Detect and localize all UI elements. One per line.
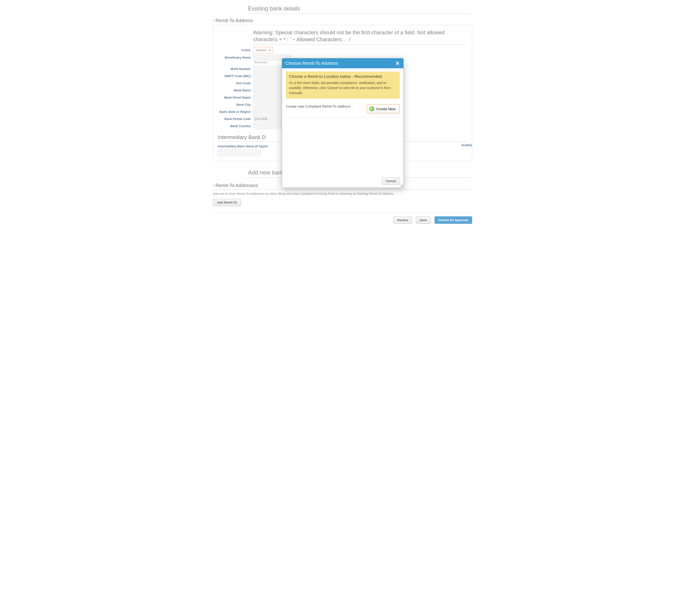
existing-bank-section-title: Existing bank details (248, 4, 470, 14)
create-new-button-label: Create New (376, 107, 395, 111)
active-select[interactable]: Inactive (253, 47, 273, 53)
iban-label: IBAN Number (218, 67, 253, 71)
decline-button[interactable]: Decline (393, 216, 412, 224)
required-star: * (213, 19, 214, 23)
active-label: Active (218, 48, 253, 52)
cancel-button[interactable]: Cancel (382, 177, 400, 185)
intermediary-bank-name-field[interactable] (218, 150, 261, 156)
remit-to-hint: Add one or more Remit-To Addresses by ei… (213, 192, 472, 195)
bank-country-label: Bank Country (218, 124, 253, 128)
submit-for-approval-button[interactable]: Submit for Approval (435, 216, 472, 224)
recommendation-description: It's a few more fields, but provides com… (289, 81, 396, 95)
resize-grip-icon[interactable] (399, 184, 403, 187)
remit-to-address-label: * Remit-To Address (213, 18, 472, 23)
active-select-value: Inactive (256, 48, 267, 52)
bank-state-label: Bank State or Region (218, 110, 253, 113)
warning-message: Warning: Special characters should not b… (253, 29, 465, 45)
swift-label: SWIFT Code (BIC) (218, 74, 253, 78)
plus-icon (369, 106, 374, 111)
bank-city-label: Bank City (218, 103, 253, 106)
footer-actions: Decline Save Submit for Approval (213, 213, 472, 224)
save-button[interactable]: Save (416, 216, 431, 224)
bank-postal-label: Bank Postal Code (218, 117, 253, 121)
recommendation-title: Choose a Remit-to Location below - Recom… (289, 74, 396, 79)
beneficiary-name-label: Beneficiary Name (218, 56, 253, 59)
add-remit-to-button[interactable]: Add Remit-To (213, 199, 241, 206)
recommendation-box: Choose a Remit-to Location below - Recom… (286, 72, 399, 98)
close-icon[interactable] (395, 61, 400, 66)
sort-code-label: Sort Code (218, 82, 253, 85)
bank-name-label: Bank Name (218, 89, 253, 92)
choose-remit-to-modal: Choose Remit-To Address Choose a Remit-t… (282, 58, 404, 188)
obscured-right-label: licable) (461, 143, 472, 147)
remit-section-text: Remit-To Address (215, 18, 253, 23)
required-star-2: * (213, 184, 214, 188)
chevron-down-icon (269, 50, 271, 51)
bank-street-label: Bank Street Name (218, 96, 253, 99)
create-new-button[interactable]: Create New (367, 104, 399, 113)
remit-addresses-text: Remit-To Addresses (215, 183, 258, 188)
modal-title: Choose Remit-To Address (286, 61, 338, 66)
modal-header: Choose Remit-To Address (282, 58, 403, 68)
create-new-label: Create new Compliant Remit-To Address (286, 104, 350, 108)
